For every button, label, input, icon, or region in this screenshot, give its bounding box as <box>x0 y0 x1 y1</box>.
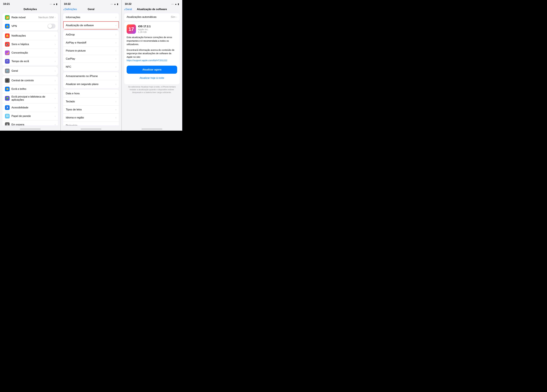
bottom-bar-2 <box>61 125 121 131</box>
rede-icon: 📶 <box>5 15 10 20</box>
teclado-label: Teclado <box>66 100 116 103</box>
status-icons-1: ···· ▲ ▮ <box>50 3 57 5</box>
row-concentracao[interactable]: 🌙 Concentração › <box>2 49 58 57</box>
idioma-label: Idioma e região <box>66 116 116 119</box>
ecra-principal-icon: 🧩 <box>5 96 10 101</box>
row-data-hora[interactable]: Data e hora › <box>63 89 119 98</box>
row-papel[interactable]: 🖼 Papel de parede › <box>2 112 58 120</box>
panel-atualizacao: 10:22 ···· ▲ ▮ ‹ Geral Atualização de so… <box>122 0 182 131</box>
auto-update-chevron: › <box>176 15 177 19</box>
row-airplay[interactable]: AirPlay e Handoff › <box>63 39 119 47</box>
tipos-letra-label: Tipos de letra <box>66 108 116 111</box>
row-atualizacao[interactable]: Atualização de software › <box>63 21 119 29</box>
row-auto-update[interactable]: Atualizações automáticas Sim › <box>124 13 180 21</box>
home-indicator-3 <box>142 129 162 129</box>
acessibilidade-icon: ♿ <box>5 105 10 110</box>
ecra-principal-right: › <box>55 97 56 100</box>
papel-right: › <box>55 115 56 118</box>
dicionario-label: Dicionário <box>66 124 116 125</box>
signal-dots-icon: ···· <box>50 3 52 5</box>
update-tonight-button[interactable]: Atualizar hoje à noite <box>127 74 177 82</box>
time-1: 10:21 <box>3 2 10 6</box>
vpn-toggle[interactable] <box>48 24 55 28</box>
ecra-principal-content: Ecrã principal e biblioteca de aplicaçõe… <box>12 95 55 101</box>
row-ecra-brilho[interactable]: ☀️ Ecrã e brilho › <box>2 85 58 93</box>
row-geral[interactable]: ⚙️ Geral › <box>2 67 58 75</box>
espera-content: Em espera <box>12 123 55 125</box>
row-carplay[interactable]: CarPlay › <box>63 55 119 63</box>
row-vpn[interactable]: 🔒 VPN <box>2 22 58 30</box>
row-tempo[interactable]: ⏱ Tempo de ecrã › <box>2 57 58 66</box>
row-notificacoes[interactable]: 🔔 Notificações › <box>2 32 58 40</box>
status-bar-1: 10:21 ···· ▲ ▮ <box>0 0 61 7</box>
section-airdrop: AirDrop › AirPlay e Handoff › Picture-in… <box>63 31 119 71</box>
ios-info: iOS 17.2.1 Apple Inc. 1.26 GB <box>138 25 151 33</box>
update-now-button[interactable]: Atualizar agora <box>127 66 177 74</box>
ios-size: 1.26 GB <box>138 31 151 33</box>
signal-dots-icon-3: ···· <box>171 3 174 5</box>
row-tipos-letra[interactable]: Tipos de letra › <box>63 106 119 114</box>
back-button-2[interactable]: ‹ Definições <box>63 8 77 11</box>
espera-right: › <box>55 123 56 125</box>
nav-header-2: ‹ Definições Geral <box>61 7 121 12</box>
central-chevron: › <box>55 79 56 82</box>
carplay-label: CarPlay <box>66 57 116 60</box>
notificacoes-content: Notificações <box>12 34 55 37</box>
tempo-content: Tempo de ecrã <box>12 60 55 63</box>
section-geral: ⚙️ Geral › <box>2 67 58 75</box>
panel-definicoes: 10:21 ···· ▲ ▮ Definições 📶 Rede móvel N… <box>0 0 61 131</box>
concentracao-right: › <box>55 51 56 54</box>
row-espera[interactable]: ⏸ Em espera › <box>2 120 58 125</box>
row-pip[interactable]: Picture-in-picture › <box>63 47 119 55</box>
acessibilidade-chevron: › <box>55 106 56 109</box>
signal-dots-icon-2: ···· <box>110 3 113 5</box>
back-label-3: Geral <box>125 8 132 11</box>
vpn-label: VPN <box>12 25 48 28</box>
informacoes-label: Informações <box>66 16 116 19</box>
sons-label: Sons e háptica <box>12 43 55 46</box>
section-storage: Armazenamento no iPhone › Atualizar em s… <box>63 72 119 88</box>
page-title-3: Atualização de software <box>137 8 167 11</box>
acessibilidade-right: › <box>55 106 56 109</box>
settings-list-2: Informações › Atualização de software › … <box>61 12 121 125</box>
back-button-3[interactable]: ‹ Geral <box>124 8 132 11</box>
section-notifications: 🔔 Notificações › 🔊 Sons e háptica › 🌙 <box>2 32 58 66</box>
nfc-chevron: › <box>116 65 116 68</box>
row-dicionario[interactable]: Dicionário › <box>63 122 119 125</box>
notificacoes-label: Notificações <box>12 34 55 37</box>
ios-link[interactable]: https://support.apple.com/kb/HT201222 <box>127 59 167 62</box>
tempo-chevron: › <box>55 60 56 63</box>
teclado-chevron: › <box>116 100 116 103</box>
rede-content: Rede móvel <box>12 16 38 19</box>
row-ecra-principal[interactable]: 🧩 Ecrã principal e biblioteca de aplicaç… <box>2 93 58 103</box>
status-bar-2: 10:22 ···· ▲ ▮ <box>61 0 121 7</box>
nfc-label: NFC <box>66 65 116 68</box>
ios-update-card: 17 iOS 17.2.1 Apple Inc. 1.26 GB Esta at… <box>124 22 180 84</box>
row-acessibilidade[interactable]: ♿ Acessibilidade › <box>2 103 58 112</box>
row-sons[interactable]: 🔊 Sons e háptica › <box>2 40 58 49</box>
back-chevron-3: ‹ <box>124 8 125 11</box>
row-atualizar-plano[interactable]: Atualizar em segundo plano › <box>63 80 119 88</box>
ios-desc2-text: Encontrará informação acerca do conteúdo… <box>127 49 175 58</box>
espera-label: Em espera <box>12 123 55 125</box>
geral-icon: ⚙️ <box>5 69 10 73</box>
ios-desc1: Esta atualização fornece correções de er… <box>127 36 177 46</box>
row-informacoes[interactable]: Informações › <box>63 13 119 21</box>
row-teclado[interactable]: Teclado › <box>63 98 119 106</box>
auto-update-value: Sim <box>171 15 175 19</box>
airdrop-label: AirDrop <box>66 33 116 36</box>
row-central[interactable]: ⬛ Central de controlo › <box>2 76 58 85</box>
espera-icon: ⏸ <box>5 122 10 125</box>
row-rede[interactable]: 📶 Rede móvel Nenhum SIM › <box>2 13 58 22</box>
idioma-chevron: › <box>116 116 116 119</box>
row-idioma[interactable]: Idioma e região › <box>63 114 119 122</box>
carplay-chevron: › <box>116 57 116 60</box>
vpn-icon: 🔒 <box>5 24 10 28</box>
row-armazenamento[interactable]: Armazenamento no iPhone › <box>63 72 119 80</box>
row-airdrop[interactable]: AirDrop › <box>63 31 119 39</box>
ecra-brilho-content: Ecrã e brilho <box>12 87 55 91</box>
row-nfc[interactable]: NFC › <box>63 63 119 71</box>
central-label: Central de controlo <box>12 79 55 82</box>
armazenamento-label: Armazenamento no iPhone <box>66 75 116 78</box>
tempo-right: › <box>55 60 56 63</box>
